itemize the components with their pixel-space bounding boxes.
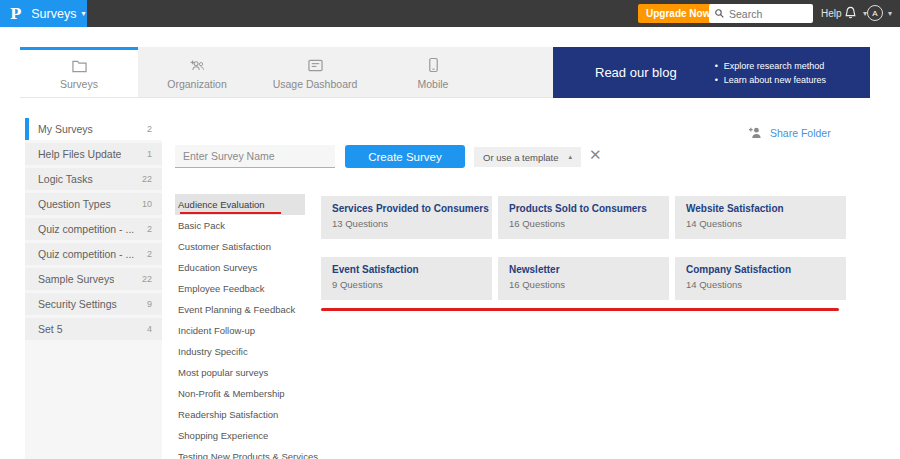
template-category-item[interactable]: Education Surveys [175,257,305,278]
template-card-question-count: 13 Questions [332,218,481,229]
template-category-item[interactable]: Audience Evaluation [175,194,305,215]
banner-bullet: Learn about new features [715,73,826,87]
survey-folders-sidebar: My Surveys 2 Help Files Update 1 Logic T… [25,118,162,459]
top-bar: P Surveys ▾ Upgrade Now Help ▾ A ▾ [0,0,900,27]
template-card-question-count: 16 Questions [509,279,658,290]
share-folder-button[interactable]: Share Folder [748,126,831,139]
notifications-menu[interactable]: ▾ [843,5,867,21]
category-label: Industry Specific [178,346,248,357]
sidebar-folder-item[interactable]: Sample Surveys 22 [25,268,162,290]
template-category-item[interactable]: Incident Follow-up [175,320,305,341]
template-card[interactable]: Services Provided to Consumers 13 Questi… [321,196,492,239]
sidebar-folder-item[interactable]: Quiz competition - ... 2 [25,218,162,240]
app-menu-label: Surveys [31,7,76,21]
template-category-item[interactable]: Testing New Products & Services [175,446,305,459]
template-dropdown[interactable]: Or use a template ▴ [474,147,581,167]
annotation-underline-category [180,212,281,214]
tab-organization[interactable]: Organization [138,47,256,97]
template-category-item[interactable]: Employee Feedback [175,278,305,299]
template-card[interactable]: Website Satisfaction 14 Questions [675,196,846,239]
sidebar-folder-item[interactable]: Set 5 4 [25,318,162,340]
template-card-question-count: 14 Questions [686,279,835,290]
chevron-up-icon: ▴ [569,153,573,161]
template-card[interactable]: Products Sold to Consumers 16 Questions [498,196,669,239]
active-indicator-bar [25,268,29,290]
active-indicator-bar [25,168,29,190]
help-link[interactable]: Help [821,8,842,19]
folder-label: Set 5 [38,323,63,335]
template-category-item[interactable]: Basic Pack [175,215,305,236]
sidebar-folder-item[interactable]: Logic Tasks 22 [25,168,162,190]
close-icon[interactable]: ✕ [589,147,602,162]
folder-label: Logic Tasks [38,173,93,185]
tab-label: Mobile [418,78,449,90]
upgrade-now-button[interactable]: Upgrade Now [638,4,718,23]
template-card-title: Website Satisfaction [686,203,835,214]
template-card-question-count: 14 Questions [686,218,835,229]
avatar: A [867,5,883,21]
template-card-title: Services Provided to Consumers [332,203,481,214]
template-category-item[interactable]: Most popular surveys [175,362,305,383]
app-switcher[interactable]: P Surveys ▾ [0,0,87,27]
category-label: Non-Profit & Membership [178,388,285,399]
template-category-item[interactable]: Non-Profit & Membership [175,383,305,404]
sidebar-folder-item[interactable]: Help Files Update 1 [25,143,162,165]
template-category-item[interactable]: Event Planning & Feedback [175,299,305,320]
active-indicator-bar [25,243,29,265]
active-indicator-bar [25,143,29,165]
search-input[interactable] [729,8,809,20]
template-card[interactable]: Newsletter 16 Questions [498,257,669,300]
app-window: P Surveys ▾ Upgrade Now Help ▾ A ▾ [0,0,900,459]
template-card-title: Event Satisfaction [332,264,481,275]
category-label: Education Surveys [178,262,257,273]
folder-count-badge: 2 [147,249,152,259]
active-indicator-bar [25,193,29,215]
template-category-item[interactable]: Customer Satisfaction [175,236,305,257]
template-card[interactable]: Event Satisfaction 9 Questions [321,257,492,300]
template-card[interactable]: Company Satisfaction 14 Questions [675,257,846,300]
sidebar-folder-item[interactable]: Security Settings 9 [25,293,162,315]
sidebar-folder-item[interactable]: Quiz competition - ... 2 [25,243,162,265]
category-label: Event Planning & Feedback [178,304,295,315]
folder-label: My Surveys [38,123,93,135]
chevron-down-icon: ▾ [81,9,85,18]
template-category-item[interactable]: Readership Satisfaction [175,404,305,425]
category-label: Incident Follow-up [178,325,255,336]
tab-usage-dashboard[interactable]: Usage Dashboard [256,47,374,97]
active-indicator-bar [25,318,29,340]
template-card-question-count: 16 Questions [509,218,658,229]
template-card-title: Newsletter [509,264,658,275]
read-blog-banner[interactable]: Read our blog Explore research methodLea… [553,47,870,98]
tab-surveys[interactable]: Surveys [20,47,138,97]
category-label: Customer Satisfaction [178,241,271,252]
bell-icon [843,5,858,21]
search-box[interactable] [709,4,813,23]
sidebar-folder-item[interactable]: Question Types 10 [25,193,162,215]
tab-label: Organization [167,78,227,90]
folder-count-badge: 2 [147,124,152,134]
template-category-list: Audience Evaluation Basic Pack Customer … [175,194,305,459]
template-card-title: Products Sold to Consumers [509,203,658,214]
banner-title: Read our blog [595,65,677,80]
category-label: Basic Pack [178,220,225,231]
main-tabs: Surveys Organization Usage Dashboard [20,47,553,98]
active-indicator-bar [25,293,29,315]
search-icon [714,8,725,19]
active-indicator-bar [25,218,29,240]
folder-count-badge: 4 [147,324,152,334]
create-survey-button[interactable]: Create Survey [345,145,465,168]
survey-name-input[interactable] [175,145,335,168]
banner-bullet: Explore research method [715,59,826,73]
folder-count-badge: 22 [142,174,152,184]
account-menu[interactable]: A ▾ [867,5,892,21]
active-indicator-bar [25,118,29,140]
sidebar-folder-item[interactable]: My Surveys 2 [25,118,162,140]
template-category-item[interactable]: Industry Specific [175,341,305,362]
category-label: Shopping Experience [178,430,268,441]
category-label: Employee Feedback [178,283,265,294]
template-category-item[interactable]: Shopping Experience [175,425,305,446]
tab-mobile[interactable]: Mobile [374,47,492,97]
person-add-icon [748,126,763,139]
folder-icon [71,58,88,73]
category-label: Most popular surveys [178,367,268,378]
